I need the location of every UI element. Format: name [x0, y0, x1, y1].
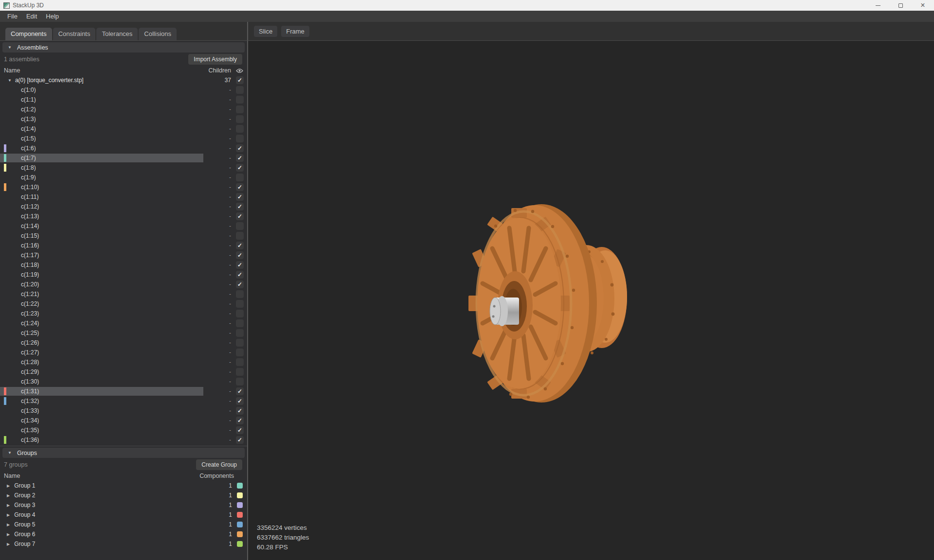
expand-triangle-icon[interactable]: ▶ — [7, 523, 10, 527]
visibility-checkbox[interactable] — [236, 290, 244, 298]
group-row[interactable]: ▶Group 71 — [0, 539, 247, 549]
tab-constraints[interactable]: Constraints — [53, 28, 96, 40]
visibility-checkbox[interactable]: ✓ — [236, 154, 244, 162]
menu-help[interactable]: Help — [41, 12, 63, 21]
import-assembly-button[interactable]: Import Assembly — [188, 54, 242, 65]
visibility-checkbox[interactable]: ✓ — [236, 164, 244, 172]
tree-row[interactable]: c(1:26)- — [0, 338, 247, 348]
visibility-checkbox[interactable] — [236, 232, 244, 240]
groups-section-header[interactable]: ▼ Groups — [2, 448, 245, 458]
visibility-checkbox[interactable]: ✓ — [236, 280, 244, 288]
assemblies-section-header[interactable]: ▼ Assemblies — [2, 42, 245, 52]
tree-row[interactable]: c(1:11)-✓ — [0, 192, 247, 202]
close-button[interactable]: × — [912, 0, 934, 11]
create-group-button[interactable]: Create Group — [196, 459, 242, 470]
visibility-checkbox[interactable]: ✓ — [236, 212, 244, 220]
group-row[interactable]: ▶Group 31 — [0, 500, 247, 510]
group-color-swatch[interactable] — [237, 483, 243, 489]
tree-row[interactable]: c(1:8)-✓ — [0, 163, 247, 173]
tab-collisions[interactable]: Collisions — [139, 28, 177, 40]
expand-triangle-icon[interactable]: ▶ — [7, 532, 10, 537]
visibility-checkbox[interactable]: ✓ — [236, 76, 244, 84]
expand-triangle-icon[interactable]: ▶ — [7, 503, 10, 508]
tree-row[interactable]: c(1:27)- — [0, 348, 247, 357]
visibility-checkbox[interactable] — [236, 115, 244, 123]
visibility-checkbox[interactable] — [236, 86, 244, 94]
visibility-checkbox[interactable] — [236, 349, 244, 356]
visibility-checkbox[interactable] — [236, 339, 244, 347]
tree-row[interactable]: c(1:6)-✓ — [0, 143, 247, 153]
tree-row[interactable]: c(1:17)-✓ — [0, 250, 247, 260]
visibility-checkbox[interactable] — [236, 174, 244, 181]
tree-row[interactable]: c(1:23)- — [0, 309, 247, 318]
tree-row[interactable]: c(1:16)-✓ — [0, 241, 247, 250]
tree-row[interactable]: c(1:25)- — [0, 328, 247, 338]
tree-row[interactable]: c(1:14)- — [0, 221, 247, 231]
group-color-swatch[interactable] — [237, 541, 243, 547]
tree-row[interactable]: c(1:33)-✓ — [0, 406, 247, 416]
tree-row[interactable]: c(1:0)- — [0, 85, 247, 95]
visibility-checkbox[interactable] — [236, 329, 244, 337]
tree-row[interactable]: c(1:34)-✓ — [0, 416, 247, 425]
group-row[interactable]: ▶Group 41 — [0, 510, 247, 520]
visibility-checkbox[interactable]: ✓ — [236, 144, 244, 152]
viewport-canvas[interactable]: 3356224 vertices 6337662 triangles 60.28… — [248, 41, 934, 560]
tree-row[interactable]: c(1:18)-✓ — [0, 260, 247, 270]
visibility-checkbox[interactable]: ✓ — [236, 242, 244, 249]
tree-row[interactable]: c(1:3)- — [0, 114, 247, 124]
tree-row[interactable]: c(1:30)- — [0, 377, 247, 386]
visibility-checkbox[interactable]: ✓ — [236, 183, 244, 191]
visibility-checkbox[interactable] — [236, 105, 244, 113]
visibility-checkbox[interactable]: ✓ — [236, 203, 244, 210]
visibility-checkbox[interactable] — [236, 358, 244, 366]
visibility-checkbox[interactable]: ✓ — [236, 426, 244, 434]
viewport-tab-slice[interactable]: Slice — [254, 26, 277, 37]
visibility-checkbox[interactable] — [236, 368, 244, 376]
visibility-checkbox[interactable]: ✓ — [236, 436, 244, 444]
tree-row[interactable]: c(1:32)-✓ — [0, 396, 247, 406]
expand-triangle-icon[interactable]: ▶ — [7, 484, 10, 488]
visibility-checkbox[interactable]: ✓ — [236, 271, 244, 279]
tree-row[interactable]: c(1:9)- — [0, 173, 247, 182]
visibility-checkbox[interactable] — [236, 222, 244, 230]
minimize-button[interactable] — [867, 0, 889, 11]
visibility-checkbox[interactable] — [236, 310, 244, 317]
tree-row[interactable]: c(1:28)- — [0, 357, 247, 367]
visibility-checkbox[interactable] — [236, 300, 244, 308]
tree-row[interactable]: c(1:4)- — [0, 124, 247, 134]
tree-row[interactable]: c(1:19)-✓ — [0, 270, 247, 280]
group-color-swatch[interactable] — [237, 531, 243, 537]
tree-row[interactable]: c(1:13)-✓ — [0, 211, 247, 221]
visibility-checkbox[interactable]: ✓ — [236, 193, 244, 201]
expand-triangle-icon[interactable]: ▶ — [7, 493, 10, 498]
group-row[interactable]: ▶Group 11 — [0, 481, 247, 490]
tree-row[interactable]: c(1:21)- — [0, 289, 247, 299]
menu-file[interactable]: File — [3, 12, 22, 21]
group-color-swatch[interactable] — [237, 492, 243, 498]
visibility-checkbox[interactable] — [236, 319, 244, 327]
tab-components[interactable]: Components — [5, 28, 52, 40]
expand-triangle-icon[interactable]: ▶ — [7, 513, 10, 517]
tree-row[interactable]: c(1:1)- — [0, 95, 247, 105]
tree-row[interactable]: c(1:20)-✓ — [0, 280, 247, 289]
visibility-checkbox[interactable] — [236, 135, 244, 142]
tree-row[interactable]: c(1:10)-✓ — [0, 182, 247, 192]
maximize-button[interactable] — [889, 0, 912, 11]
visibility-checkbox[interactable] — [236, 125, 244, 133]
tree-row[interactable]: c(1:35)-✓ — [0, 425, 247, 435]
visibility-checkbox[interactable] — [236, 378, 244, 385]
tree-row[interactable]: c(1:24)- — [0, 318, 247, 328]
tree-row[interactable]: c(1:12)-✓ — [0, 202, 247, 211]
visibility-checkbox[interactable]: ✓ — [236, 407, 244, 415]
tree-row[interactable]: c(1:36)-✓ — [0, 435, 247, 445]
visibility-checkbox[interactable]: ✓ — [236, 261, 244, 269]
tree-row[interactable]: c(1:2)- — [0, 105, 247, 114]
visibility-checkbox[interactable]: ✓ — [236, 387, 244, 395]
visibility-checkbox[interactable] — [236, 96, 244, 104]
tree-row[interactable]: c(1:22)- — [0, 299, 247, 309]
tree-row[interactable]: c(1:15)- — [0, 231, 247, 241]
visibility-checkbox[interactable]: ✓ — [236, 397, 244, 405]
group-row[interactable]: ▶Group 61 — [0, 529, 247, 539]
group-color-swatch[interactable] — [237, 502, 243, 508]
expand-triangle-icon[interactable]: ▼ — [8, 78, 12, 83]
